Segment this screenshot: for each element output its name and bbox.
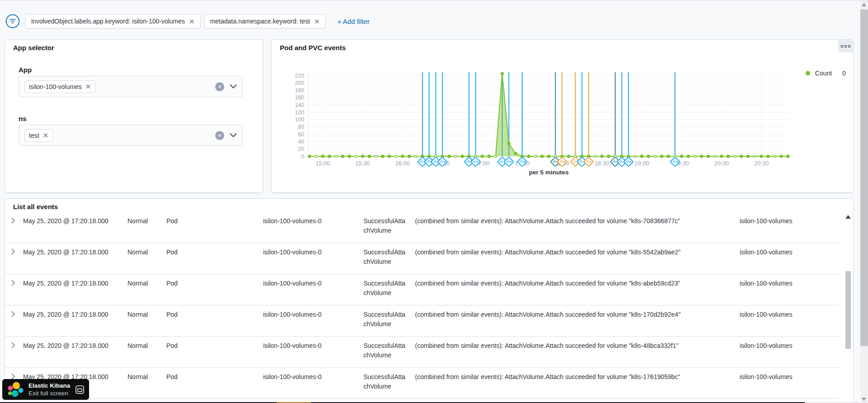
data-point[interactable]	[461, 155, 464, 158]
data-point[interactable]	[634, 155, 636, 157]
remove-chip-icon[interactable]: ✕	[85, 83, 91, 90]
data-point[interactable]	[488, 155, 491, 158]
data-point[interactable]	[335, 155, 337, 157]
remove-filter-icon[interactable]: ✕	[189, 18, 195, 25]
scrollbar-up-icon[interactable]	[862, 3, 866, 6]
data-point[interactable]	[375, 155, 377, 157]
event-table-row[interactable]: May 25, 2020 @ 17:20:18.000 Normal Pod i…	[5, 243, 840, 274]
scroll-up-icon[interactable]	[845, 215, 851, 219]
expand-row-icon[interactable]	[11, 248, 19, 255]
data-point[interactable]	[381, 155, 384, 158]
annotation-tag[interactable]	[584, 157, 593, 166]
data-point[interactable]	[508, 142, 510, 145]
data-point[interactable]	[495, 155, 497, 157]
expand-row-icon[interactable]	[11, 310, 19, 318]
data-point[interactable]	[754, 155, 756, 157]
expand-row-icon[interactable]	[11, 279, 19, 286]
data-point[interactable]	[714, 155, 716, 157]
add-filter-button[interactable]: + Add filter	[337, 18, 369, 25]
data-point[interactable]	[680, 155, 683, 158]
data-point[interactable]	[707, 155, 710, 158]
data-point[interactable]	[687, 155, 690, 158]
annotation-tag[interactable]	[504, 157, 514, 166]
remove-filter-icon[interactable]: ✕	[314, 18, 320, 25]
annotation-tag[interactable]	[624, 157, 633, 166]
table-scrollbar[interactable]	[844, 213, 852, 403]
data-point[interactable]	[760, 155, 763, 158]
data-point[interactable]	[315, 155, 317, 157]
filter-menu-button[interactable]	[5, 14, 20, 28]
data-point[interactable]	[654, 155, 656, 157]
data-point[interactable]	[481, 155, 484, 158]
event-table-row[interactable]: May 25, 2020 @ 17:20:18.000 Normal Pod i…	[5, 274, 840, 305]
data-point[interactable]	[647, 155, 650, 158]
data-point[interactable]	[321, 155, 324, 158]
data-point[interactable]	[667, 155, 670, 158]
event-table-row[interactable]: May 25, 2020 @ 17:20:18.000 Normal Pod i…	[5, 212, 840, 243]
data-point[interactable]	[361, 155, 364, 158]
data-point[interactable]	[395, 155, 397, 157]
data-point[interactable]	[567, 155, 570, 158]
data-point[interactable]	[401, 155, 404, 158]
data-point[interactable]	[408, 155, 410, 158]
data-point[interactable]	[740, 155, 743, 158]
data-point[interactable]	[727, 155, 730, 158]
data-point[interactable]	[767, 155, 769, 158]
data-point[interactable]	[454, 155, 457, 157]
data-point[interactable]	[328, 155, 331, 158]
data-point[interactable]	[415, 155, 417, 157]
svg-text:15:00: 15:00	[316, 160, 330, 167]
data-point[interactable]	[368, 155, 371, 158]
filter-pill-namespace-keyword[interactable]: metadata.namespace.keyword: test ✕	[204, 14, 326, 28]
exit-fullscreen-icon[interactable]	[75, 385, 85, 394]
data-point[interactable]	[694, 155, 696, 157]
data-point[interactable]	[534, 155, 537, 157]
filter-pill-app-keyword[interactable]: involvedObject.labels.app.keyword: isilo…	[25, 14, 201, 28]
data-point[interactable]	[541, 155, 543, 158]
data-point[interactable]	[341, 155, 344, 158]
ns-selected-chip[interactable]: test ✕	[24, 129, 53, 142]
clear-selection-icon[interactable]: ✕	[215, 82, 224, 91]
expand-row-icon[interactable]	[11, 217, 19, 224]
data-point[interactable]	[700, 155, 703, 158]
event-table-row[interactable]: May 25, 2020 @ 17:20:18.000 Normal Pod i…	[5, 337, 840, 368]
table-scrollbar-thumb[interactable]	[845, 271, 851, 349]
data-point[interactable]	[528, 155, 530, 158]
window-scrollbar[interactable]	[860, 0, 868, 403]
expand-row-icon[interactable]	[11, 342, 19, 349]
scrollbar-down-icon[interactable]	[862, 398, 866, 401]
event-table-row[interactable]: May 25, 2020 @ 17:20:18.000 Normal Pod i…	[5, 368, 840, 399]
svg-text:200: 200	[295, 80, 304, 86]
data-point[interactable]	[355, 155, 357, 157]
data-point[interactable]	[774, 155, 776, 157]
data-point[interactable]	[787, 155, 789, 158]
data-point[interactable]	[641, 155, 643, 158]
data-point[interactable]	[448, 155, 450, 158]
remove-chip-icon[interactable]: ✕	[43, 132, 49, 139]
data-point[interactable]	[514, 152, 517, 155]
ns-combobox[interactable]: test ✕ ✕	[19, 125, 243, 146]
data-point[interactable]	[547, 155, 550, 158]
events-timeseries-chart[interactable]: 15:0015:3016:0016:3017:0017:3018:0018:30…	[272, 40, 854, 182]
chevron-down-icon[interactable]	[230, 133, 237, 137]
chevron-down-icon[interactable]	[230, 84, 237, 89]
app-combobox[interactable]: isilon-100-volumes ✕ ✕	[19, 76, 243, 97]
data-point[interactable]	[600, 155, 603, 158]
data-point[interactable]	[747, 155, 750, 158]
data-point[interactable]	[501, 72, 504, 75]
data-point[interactable]	[348, 155, 351, 158]
exit-fullscreen-link[interactable]: Exit full screen	[28, 389, 71, 397]
data-point[interactable]	[720, 155, 723, 158]
data-point[interactable]	[607, 155, 610, 158]
data-point[interactable]	[734, 155, 736, 157]
data-point[interactable]	[660, 155, 663, 158]
data-point[interactable]	[780, 155, 783, 158]
data-point[interactable]	[388, 155, 391, 158]
clear-selection-icon[interactable]: ✕	[215, 131, 224, 140]
app-selected-chip[interactable]: isilon-100-volumes ✕	[24, 80, 95, 93]
data-point[interactable]	[594, 155, 596, 157]
data-point[interactable]	[308, 155, 311, 158]
kibana-fullscreen-badge[interactable]: Elastic Kibana Exit full screen	[2, 379, 89, 400]
window-scrollbar-thumb[interactable]	[860, 9, 868, 346]
event-table-row[interactable]: May 25, 2020 @ 17:20:18.000 Normal Pod i…	[5, 305, 840, 337]
